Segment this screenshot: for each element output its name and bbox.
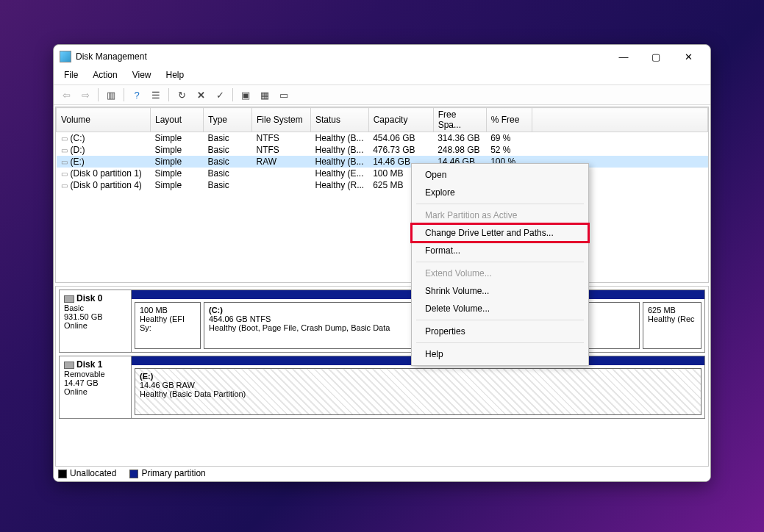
back-icon[interactable]: ⇦ xyxy=(58,87,74,103)
ctx-help[interactable]: Help xyxy=(412,345,588,363)
toolbar: ⇦ ⇨ ▥ ? ☰ ↻ ✕ ✓ ▣ ▦ ▭ xyxy=(54,85,710,105)
show-hide-icon[interactable]: ▥ xyxy=(103,87,119,103)
col-layout[interactable]: Layout xyxy=(151,108,204,132)
close-button[interactable]: ✕ xyxy=(672,46,704,68)
settings-icon[interactable]: ▦ xyxy=(257,87,273,103)
col-volume[interactable]: Volume xyxy=(57,108,151,132)
col-free[interactable]: Free Spa... xyxy=(433,108,486,132)
disk0-status: Online xyxy=(64,321,88,330)
ctx-open[interactable]: Open xyxy=(412,166,588,184)
maximize-button[interactable]: ▢ xyxy=(640,46,672,68)
ctx-properties[interactable]: Properties xyxy=(412,323,588,340)
table-row[interactable]: (C:)SimpleBasicNTFSHealthy (B...454.06 G… xyxy=(57,132,708,145)
legend-unallocated: Unallocated xyxy=(70,468,116,478)
table-row[interactable]: (Disk 0 partition 1)SimpleBasicHealthy (… xyxy=(57,168,708,179)
folder-icon[interactable]: ▣ xyxy=(238,87,254,103)
menubar: File Action View Help xyxy=(54,68,710,85)
forward-icon[interactable]: ⇨ xyxy=(77,87,93,103)
disk-graphical-view: Disk 0 Basic 931.50 GB Online 100 MB Hea… xyxy=(55,286,709,467)
titlebar[interactable]: Disk Management — ▢ ✕ xyxy=(54,45,710,68)
menu-file[interactable]: File xyxy=(57,68,85,85)
disk0-size: 931.50 GB xyxy=(64,312,103,321)
legend-swatch-unallocated xyxy=(58,470,67,478)
disk1-type: Removable xyxy=(64,370,105,378)
menu-help[interactable]: Help xyxy=(159,68,192,85)
disk0-header[interactable]: Disk 0 Basic 931.50 GB Online xyxy=(60,290,132,352)
ctx-mark-active: Mark Partition as Active xyxy=(412,206,588,224)
disk1-part0[interactable]: (E:) 14.46 GB RAW Healthy (Basic Data Pa… xyxy=(135,368,701,415)
refresh-icon[interactable]: ↻ xyxy=(174,87,190,103)
disk0-part2[interactable]: 625 MB Healthy (Rec xyxy=(643,302,701,349)
disk-management-window: Disk Management — ▢ ✕ File Action View H… xyxy=(53,44,711,482)
properties-icon[interactable]: ▭ xyxy=(276,87,292,103)
ctx-explore[interactable]: Explore xyxy=(412,184,588,201)
disk-icon xyxy=(64,295,74,303)
table-header-row[interactable]: Volume Layout Type File System Status Ca… xyxy=(57,108,708,132)
content: Volume Layout Type File System Status Ca… xyxy=(54,105,710,481)
disk1-title: Disk 1 xyxy=(76,359,102,370)
ctx-change-drive-letter[interactable]: Change Drive Letter and Paths... xyxy=(412,224,588,242)
disk0-title: Disk 0 xyxy=(76,293,102,303)
disk-row-1[interactable]: Disk 1 Removable 14.47 GB Online (E:) 14… xyxy=(59,356,705,419)
ctx-shrink-volume[interactable]: Shrink Volume... xyxy=(412,282,588,300)
legend-swatch-primary xyxy=(129,470,138,478)
minimize-button[interactable]: — xyxy=(607,46,640,68)
ctx-format[interactable]: Format... xyxy=(412,242,588,259)
window-title: Disk Management xyxy=(76,51,607,62)
col-type[interactable]: Type xyxy=(204,108,252,132)
list-icon[interactable]: ☰ xyxy=(148,87,164,103)
ctx-extend-volume: Extend Volume... xyxy=(412,265,588,282)
col-status[interactable]: Status xyxy=(311,108,369,132)
col-spacer xyxy=(532,108,707,132)
col-fs[interactable]: File System xyxy=(252,108,311,132)
table-row[interactable]: (D:)SimpleBasicNTFSHealthy (B...476.73 G… xyxy=(57,144,708,156)
delete-icon[interactable]: ✕ xyxy=(193,87,209,103)
disk0-type: Basic xyxy=(64,303,84,312)
disk0-part0[interactable]: 100 MB Healthy (EFI Sy: xyxy=(135,302,201,349)
col-capacity[interactable]: Capacity xyxy=(368,108,433,132)
menu-view[interactable]: View xyxy=(125,68,159,85)
disk1-size: 14.47 GB xyxy=(64,378,98,387)
legend-primary: Primary partition xyxy=(141,468,205,478)
disk-row-0[interactable]: Disk 0 Basic 931.50 GB Online 100 MB Hea… xyxy=(59,290,705,353)
volume-table[interactable]: Volume Layout Type File System Status Ca… xyxy=(55,107,709,283)
check-icon[interactable]: ✓ xyxy=(212,87,228,103)
disk1-status: Online xyxy=(64,387,88,396)
disk-icon xyxy=(64,362,74,369)
disk1-header[interactable]: Disk 1 Removable 14.47 GB Online xyxy=(60,356,132,418)
legend: Unallocated Primary partition xyxy=(55,467,709,480)
app-icon xyxy=(60,51,71,62)
table-row[interactable]: (Disk 0 partition 4)SimpleBasicHealthy (… xyxy=(57,179,708,191)
context-menu: Open Explore Mark Partition as Active Ch… xyxy=(411,163,589,366)
menu-action[interactable]: Action xyxy=(85,68,124,85)
ctx-delete-volume[interactable]: Delete Volume... xyxy=(412,300,588,317)
col-pct[interactable]: % Free xyxy=(486,108,532,132)
help-icon[interactable]: ? xyxy=(129,87,145,103)
table-row[interactable]: (E:)SimpleBasicRAWHealthy (B...14.46 GB1… xyxy=(57,156,708,168)
